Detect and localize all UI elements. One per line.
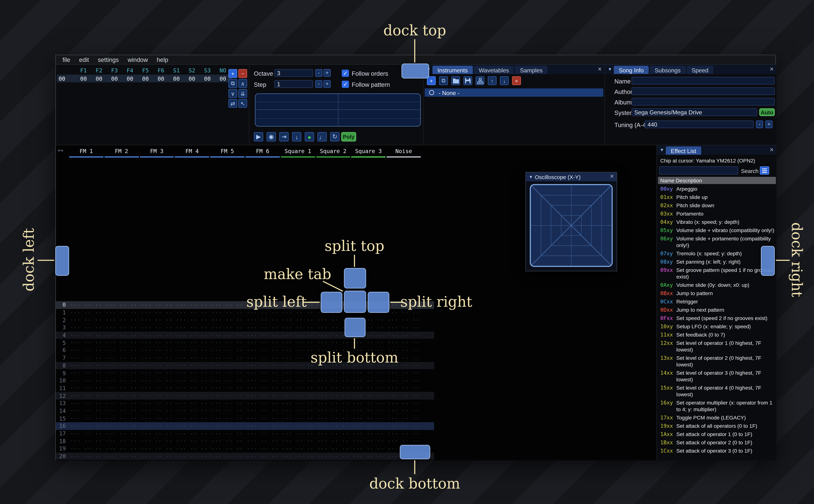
- step-increase-button[interactable]: +: [323, 80, 331, 88]
- order-cell[interactable]: 00: [76, 76, 91, 82]
- close-icon[interactable]: ×: [770, 66, 774, 73]
- pattern-cell[interactable]: ··· ·· ·· ···: [104, 454, 139, 459]
- save-instrument-button[interactable]: [464, 76, 472, 85]
- channel-header[interactable]: FM 4: [174, 147, 209, 158]
- pattern-cell[interactable]: ··· ·· ·· ···: [386, 423, 422, 429]
- pattern-cell[interactable]: ··· ·· ·· ···: [104, 340, 139, 346]
- pattern-cell[interactable]: ··· ·· ·· ···: [280, 325, 315, 330]
- collapse-arrow-icon[interactable]: ▼: [608, 67, 612, 72]
- pattern-cell[interactable]: ··· ·· ·· ···: [139, 400, 174, 406]
- pattern-cell[interactable]: ··· ·· ·· ···: [139, 438, 174, 444]
- song-info-tab[interactable]: Speed: [687, 66, 713, 74]
- pattern-cell[interactable]: ··· ·· ·· ···: [280, 310, 315, 315]
- menu-item[interactable]: window: [123, 56, 152, 64]
- split-bottom-target[interactable]: [344, 318, 365, 337]
- pattern-cell[interactable]: ··· ·· ·· ···: [69, 310, 104, 315]
- pattern-cell[interactable]: ··· ·· ·· ···: [245, 310, 280, 315]
- pattern-cell[interactable]: ··· ·· ·· ···: [174, 431, 209, 436]
- split-top-target[interactable]: [344, 268, 366, 288]
- pattern-cell[interactable]: ··· ·· ·· ···: [69, 378, 104, 383]
- pattern-cell[interactable]: ··· ·· ·· ···: [386, 393, 422, 398]
- pattern-cell[interactable]: ··· ·· ·· ···: [210, 333, 245, 338]
- pattern-cell[interactable]: ··· ·· ·· ···: [210, 393, 245, 398]
- pattern-cell[interactable]: ··· ·· ·· ···: [315, 454, 351, 459]
- pattern-cell[interactable]: ··· ·· ·· ···: [104, 370, 139, 376]
- pattern-cell[interactable]: ··· ·· ·· ···: [210, 325, 245, 330]
- pattern-cell[interactable]: ··· ·· ·· ···: [104, 325, 139, 330]
- pattern-cell[interactable]: ··· ·· ·· ···: [174, 363, 209, 368]
- pattern-cell[interactable]: ··· ·· ·· ···: [69, 340, 104, 346]
- system-input[interactable]: [632, 108, 757, 116]
- pattern-cell[interactable]: ··· ·· ·· ···: [245, 348, 280, 353]
- pattern-cell[interactable]: ··· ·· ·· ···: [104, 333, 139, 338]
- pattern-cell[interactable]: ··· ·· ·· ···: [174, 446, 209, 452]
- pattern-cell[interactable]: ··· ·· ·· ···: [139, 302, 174, 308]
- pattern-cell[interactable]: ··· ·· ·· ···: [139, 333, 174, 338]
- pattern-row[interactable]: 19··· ·· ·· ······ ·· ·· ······ ·· ·· ··…: [56, 445, 434, 452]
- pattern-cell[interactable]: ··· ·· ·· ···: [245, 370, 280, 376]
- pattern-cell[interactable]: ··· ·· ·· ···: [351, 340, 386, 346]
- pattern-cell[interactable]: ··· ·· ·· ···: [245, 333, 280, 338]
- octave-input[interactable]: [274, 69, 313, 77]
- pattern-cell[interactable]: ··· ·· ·· ···: [104, 355, 139, 361]
- order-cell[interactable]: 00: [184, 76, 200, 82]
- instrument-list-item[interactable]: - None -: [425, 88, 603, 97]
- pattern-cell[interactable]: ··· ·· ·· ···: [139, 423, 174, 429]
- pattern-cell[interactable]: ··· ·· ·· ···: [210, 454, 245, 459]
- pattern-row[interactable]: 14··· ·· ·· ······ ·· ·· ······ ·· ·· ··…: [56, 407, 434, 415]
- pattern-cell[interactable]: ··· ·· ·· ···: [351, 408, 386, 414]
- pattern-cell[interactable]: ··· ·· ·· ···: [139, 385, 174, 391]
- pattern-cell[interactable]: ··· ·· ·· ···: [174, 385, 209, 391]
- order-add-button[interactable]: +: [228, 69, 237, 78]
- pattern-cell[interactable]: ··· ·· ·· ···: [174, 454, 209, 459]
- pattern-cell[interactable]: ··· ·· ·· ···: [69, 446, 104, 452]
- pattern-cell[interactable]: ··· ·· ·· ···: [280, 416, 315, 421]
- menu-item[interactable]: help: [152, 56, 172, 64]
- pattern-cell[interactable]: ··· ·· ·· ···: [315, 438, 351, 444]
- pattern-row[interactable]: 3··· ·· ·· ······ ·· ·· ······ ·· ·· ···…: [56, 324, 434, 331]
- metronome-button[interactable]: ♩: [317, 132, 327, 141]
- pattern-cell[interactable]: ··· ·· ·· ···: [69, 348, 104, 353]
- pattern-cell[interactable]: ··· ·· ·· ···: [210, 302, 245, 308]
- pattern-cell[interactable]: ··· ·· ·· ···: [69, 393, 104, 398]
- menu-item[interactable]: settings: [93, 56, 123, 64]
- pattern-cell[interactable]: ··· ·· ·· ···: [245, 393, 280, 398]
- pattern-cell[interactable]: ··· ·· ·· ···: [280, 408, 315, 414]
- pattern-cell[interactable]: ··· ·· ·· ···: [210, 363, 245, 368]
- pattern-cell[interactable]: ··· ·· ·· ···: [245, 408, 280, 414]
- song-author-input[interactable]: [632, 87, 775, 95]
- pattern-row[interactable]: 15··· ·· ·· ······ ·· ·· ······ ·· ·· ··…: [56, 415, 434, 422]
- pattern-cell[interactable]: ··· ·· ·· ···: [210, 348, 245, 353]
- pattern-cell[interactable]: ··· ·· ·· ···: [104, 393, 139, 398]
- order-row[interactable]: 00 00000000000000000000: [57, 75, 232, 82]
- pattern-cell[interactable]: ··· ·· ·· ···: [174, 408, 209, 414]
- channel-header[interactable]: Square 2: [315, 147, 351, 158]
- tuning-decrease-button[interactable]: -: [756, 120, 763, 128]
- channel-header[interactable]: Square 1: [280, 147, 315, 158]
- pattern-cell[interactable]: ··· ·· ·· ···: [69, 385, 104, 391]
- tuning-increase-button[interactable]: +: [765, 120, 773, 128]
- edit-toggle-button[interactable]: ●: [305, 132, 314, 141]
- pattern-cell[interactable]: ··· ·· ·· ···: [210, 416, 245, 421]
- dock-left-target[interactable]: [55, 246, 69, 276]
- pattern-cell[interactable]: ··· ·· ·· ···: [280, 340, 315, 346]
- pattern-cell[interactable]: ··· ·· ·· ···: [386, 416, 422, 421]
- pattern-cell[interactable]: ··· ·· ·· ···: [280, 393, 315, 398]
- make-tab-target[interactable]: [344, 291, 366, 313]
- pattern-cell[interactable]: ··· ·· ·· ···: [69, 423, 104, 429]
- follow-pattern-checkbox[interactable]: ✓: [342, 81, 349, 88]
- order-cell[interactable]: 00: [138, 76, 153, 82]
- pattern-cell[interactable]: ··· ·· ·· ···: [139, 355, 174, 361]
- pattern-cell[interactable]: ··· ·· ·· ···: [174, 317, 209, 323]
- song-album-input[interactable]: [632, 98, 775, 106]
- pattern-cell[interactable]: ··· ·· ·· ···: [104, 446, 139, 452]
- pattern-cell[interactable]: ··· ·· ·· ···: [386, 408, 422, 414]
- pattern-row[interactable]: 20··· ·· ·· ······ ·· ·· ······ ·· ·· ··…: [56, 452, 434, 460]
- play-from-cursor-button[interactable]: ⇥: [279, 132, 289, 141]
- pattern-cell[interactable]: ··· ·· ·· ···: [280, 355, 315, 361]
- pattern-row[interactable]: 10··· ·· ·· ······ ·· ·· ······ ·· ·· ··…: [56, 377, 434, 384]
- pattern-cell[interactable]: ··· ·· ·· ···: [386, 317, 422, 323]
- pattern-cell[interactable]: ··· ·· ·· ···: [210, 370, 245, 376]
- split-right-target[interactable]: [368, 292, 389, 313]
- pattern-cell[interactable]: ··· ·· ·· ···: [280, 438, 315, 444]
